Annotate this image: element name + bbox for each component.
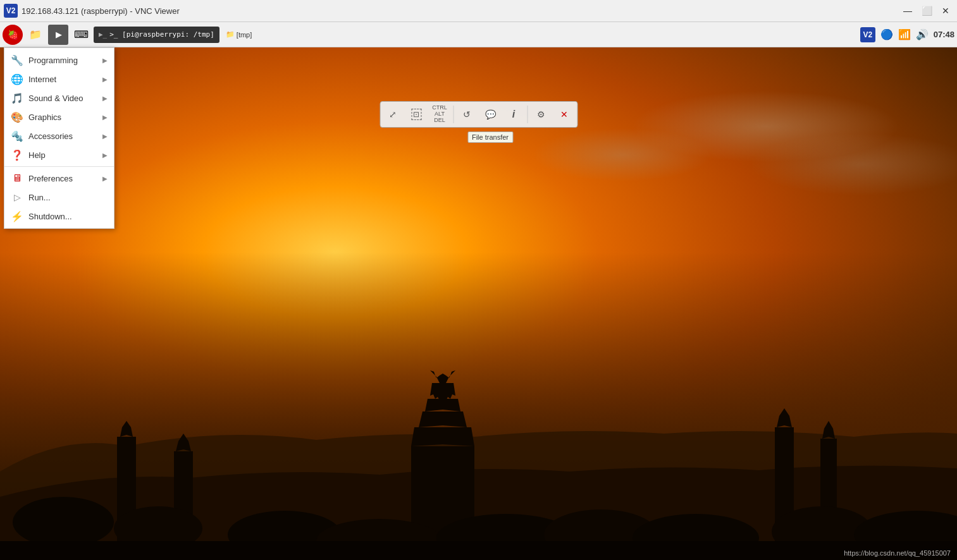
minimize-button[interactable]: — xyxy=(899,2,917,20)
vnc-reconnect-button[interactable]: ↺ xyxy=(455,103,478,126)
help-arrow: ▶ xyxy=(102,152,108,159)
vnc-tray-icon: V2 xyxy=(860,27,875,42)
help-icon: ❓ xyxy=(11,149,23,161)
terminal-path: >_ [pi@raspberrypi: /tmp] xyxy=(109,30,214,39)
toolbar-separator-1 xyxy=(453,106,454,123)
menu-item-preferences[interactable]: 🖥 Preferences ▶ xyxy=(4,169,114,188)
url-statusbar: https://blog.csdn.net/qq_45915007 xyxy=(844,549,951,557)
taskbar-right: V2 🔵 📶 🔊 07:48 xyxy=(860,27,954,42)
bluetooth-icon: 🔵 xyxy=(880,28,893,40)
maximize-button[interactable]: ⬜ xyxy=(918,2,935,20)
temple-silhouette xyxy=(0,295,957,560)
vnc-title-icon: V2 xyxy=(4,4,18,18)
internet-label: Internet xyxy=(28,75,97,84)
terminal-launch-button[interactable]: ▶ xyxy=(48,25,68,45)
folder-tab[interactable]: 📁 [tmp] xyxy=(222,29,256,40)
chat-icon: 💬 xyxy=(485,109,496,119)
shutdown-icon: ⚡ xyxy=(11,210,23,222)
vnc-close-button[interactable]: ✕ xyxy=(553,103,576,126)
menu-item-sound-video[interactable]: 🎵 Sound & Video ▶ xyxy=(4,88,114,107)
terminal-window[interactable]: ▶_ >_ [pi@raspberrypi: /tmp] xyxy=(94,27,219,43)
vnc-fullscreen-button[interactable]: ⤢ xyxy=(381,103,404,126)
close-toolbar-icon: ✕ xyxy=(560,109,568,119)
folder-label: [tmp] xyxy=(237,31,252,39)
window-controls: — ⬜ ✕ xyxy=(899,2,954,20)
accessories-icon: 🔩 xyxy=(11,130,23,142)
reconnect-icon: ↺ xyxy=(463,109,471,119)
raspberry-menu-button[interactable]: 🍓 xyxy=(3,25,23,45)
menu-separator xyxy=(4,166,114,167)
preferences-icon: 🖥 xyxy=(11,172,23,185)
menu-item-shutdown[interactable]: ⚡ Shutdown... xyxy=(4,207,114,226)
volume-icon: 🔊 xyxy=(916,28,929,40)
sound-video-icon: 🎵 xyxy=(11,92,23,104)
graphics-label: Graphics xyxy=(28,113,97,122)
menu-item-internet[interactable]: 🌐 Internet ▶ xyxy=(4,70,114,88)
titlebar: V2 192.168.43.121 (raspberrypi) - VNC Vi… xyxy=(0,0,957,22)
menu-item-accessories[interactable]: 🔩 Accessories ▶ xyxy=(4,126,114,145)
clouds-layer xyxy=(0,51,957,240)
vnc-ctrlaltdel-button[interactable]: CTRLALTDEL xyxy=(428,103,451,126)
file-manager-button[interactable]: 📁 xyxy=(25,25,46,45)
vnc-scale-button[interactable]: ⊡ xyxy=(405,103,428,126)
internet-arrow: ▶ xyxy=(102,76,108,83)
vnc-toolbar: ⤢ ⊡ CTRLALTDEL ↺ 💬 File transfer i ⚙ ✕ xyxy=(380,101,577,128)
info-icon: i xyxy=(512,109,515,120)
menu-item-programming[interactable]: 🔧 Programming ▶ xyxy=(4,51,114,70)
menu-item-run[interactable]: ▷ Run... xyxy=(4,188,114,207)
taskbar-left: 🍓 📁 ▶ ⌨ ▶_ >_ [pi@raspberrypi: /tmp] 📁 [… xyxy=(3,25,256,45)
programming-icon: 🔧 xyxy=(11,54,23,66)
vnc-settings-button[interactable]: ⚙ xyxy=(529,103,552,126)
preferences-label: Preferences xyxy=(28,174,97,183)
programming-label: Programming xyxy=(28,56,97,65)
toolbar-separator-2 xyxy=(527,106,528,123)
ctrlaltdel-icon: CTRLALTDEL xyxy=(432,105,447,124)
window-title: 192.168.43.121 (raspberrypi) - VNC Viewe… xyxy=(22,6,899,16)
sound-video-label: Sound & Video xyxy=(28,94,97,103)
run-label: Run... xyxy=(28,193,108,202)
svg-rect-14 xyxy=(0,541,957,560)
shutdown-label: Shutdown... xyxy=(28,212,108,221)
taskbar: 🍓 📁 ▶ ⌨ ▶_ >_ [pi@raspberrypi: /tmp] 📁 [… xyxy=(0,22,957,47)
run-icon: ▷ xyxy=(11,191,23,204)
settings-icon: ⚙ xyxy=(537,109,545,119)
sound-video-arrow: ▶ xyxy=(102,95,108,102)
application-menu: 🔧 Programming ▶ 🌐 Internet ▶ 🎵 Sound & V… xyxy=(4,47,114,229)
file-transfer-tooltip: File transfer xyxy=(467,131,513,143)
folder-icon: 📁 xyxy=(226,30,235,39)
close-button[interactable]: ✕ xyxy=(937,2,954,20)
programming-arrow: ▶ xyxy=(102,57,108,64)
help-label: Help xyxy=(28,150,97,160)
accessories-label: Accessories xyxy=(28,131,97,141)
keyboard-button[interactable]: ⌨ xyxy=(71,25,91,45)
menu-item-graphics[interactable]: 🎨 Graphics ▶ xyxy=(4,107,114,126)
terminal-icon: ▶_ xyxy=(99,30,107,39)
preferences-arrow: ▶ xyxy=(102,175,108,182)
graphics-icon: 🎨 xyxy=(11,111,23,123)
internet-icon: 🌐 xyxy=(11,73,23,85)
svg-point-5 xyxy=(13,497,114,547)
wifi-icon: 📶 xyxy=(898,28,911,40)
fullscreen-icon: ⤢ xyxy=(389,109,397,119)
vnc-chat-button[interactable]: 💬 File transfer xyxy=(479,103,502,126)
clock: 07:48 xyxy=(934,30,954,39)
vnc-info-button[interactable]: i xyxy=(502,103,525,126)
accessories-arrow: ▶ xyxy=(102,133,108,140)
url-text: https://blog.csdn.net/qq_45915007 xyxy=(844,549,951,557)
menu-item-help[interactable]: ❓ Help ▶ xyxy=(4,145,114,164)
graphics-arrow: ▶ xyxy=(102,114,108,121)
scale-icon: ⊡ xyxy=(411,109,421,120)
